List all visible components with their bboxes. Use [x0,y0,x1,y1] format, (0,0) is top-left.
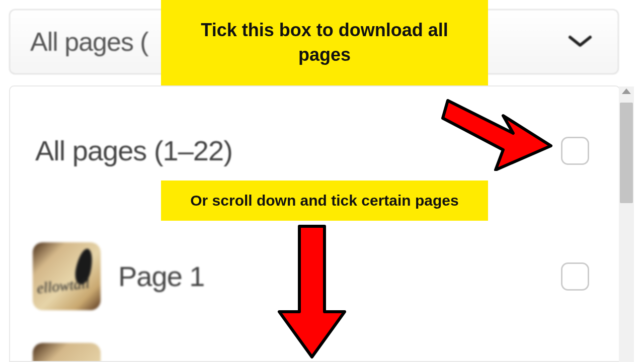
page-2-thumbnail-partial [33,343,101,362]
annotation-callout-top: Tick this box to download all pages [161,0,488,85]
page-1-left: ellowtail Page 1 [33,242,205,310]
annotation-callout-mid: Or scroll down and tick certain pages [161,180,488,221]
all-pages-checkbox[interactable] [561,137,589,165]
scroll-up-icon[interactable] [622,88,631,94]
annotation-arrow-down [274,221,350,362]
page-1-label: Page 1 [118,260,205,293]
scrollbar-thumb[interactable] [620,103,633,203]
dropdown-header-text: All pages ( [30,27,148,57]
all-pages-label: All pages (1–22) [35,134,232,167]
annotation-arrow-right [438,90,556,171]
page-1-checkbox[interactable] [561,262,589,291]
scrollbar[interactable] [619,86,634,362]
thumb-text: ellowtail [36,275,91,297]
page-1-thumbnail: ellowtail [33,242,101,310]
chevron-down-icon [568,33,593,50]
